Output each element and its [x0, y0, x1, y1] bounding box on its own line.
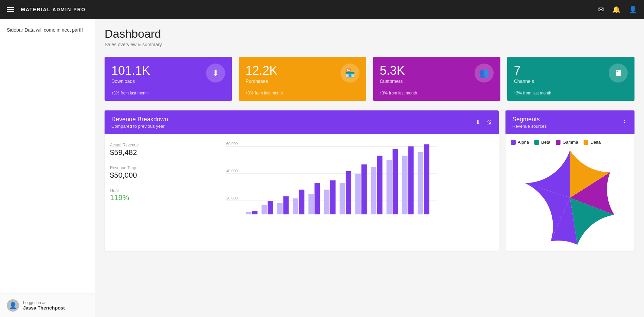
- goal-row: Goal 119%: [110, 188, 164, 202]
- segments-header-text: Segments Revenue sources: [512, 116, 547, 129]
- stat-info-customers: 5.3K Customers: [380, 64, 405, 84]
- legend-dot-alpha: [511, 140, 516, 145]
- main-content: Dashboard Sales overview & summary 101.1…: [95, 19, 644, 317]
- revenue-stats: Actual Revenue $59,482 Revenue Target $5…: [110, 140, 164, 229]
- chart-area: 60,000 40,000 20,000: [170, 140, 493, 229]
- segments-body: Alpha Beta Gamma Delta: [505, 134, 634, 251]
- user-icon[interactable]: 👤: [629, 5, 637, 14]
- svg-text:40,000: 40,000: [226, 169, 238, 173]
- stat-card-top-customers: 5.3K Customers 👥: [380, 64, 494, 84]
- legend-label-gamma: Gamma: [563, 140, 578, 145]
- revenue-print-button[interactable]: 🖨: [486, 119, 492, 126]
- mail-icon[interactable]: ✉: [598, 5, 604, 14]
- svg-rect-28: [418, 152, 423, 214]
- stat-card-channels: 7 Channels 🖥 ↑3% from last month: [507, 57, 634, 101]
- logged-in-label: Logged in as:: [23, 300, 65, 305]
- actual-revenue-row: Actual Revenue $59,482: [110, 142, 164, 157]
- download-icon-wrap: ⬇: [206, 64, 225, 83]
- sidebar-content: Sidebar Data will come in nect part!!: [0, 19, 95, 41]
- hamburger-menu[interactable]: [7, 7, 14, 12]
- legend-gamma: Gamma: [556, 140, 578, 145]
- bell-icon[interactable]: 🔔: [612, 5, 621, 14]
- bottom-panels: Revenue Breakdown Compared to previous y…: [105, 110, 634, 251]
- sidebar-footer: 👤 Logged in as: Jassa Therichpost: [0, 294, 95, 317]
- change-arrow-channels: ↑3%: [514, 91, 522, 95]
- legend-dot-gamma: [556, 140, 560, 145]
- change-text-purchases: from last month: [255, 91, 283, 95]
- stat-info-channels: 7 Channels: [514, 64, 534, 84]
- channels-icon-wrap: 🖥: [609, 64, 628, 83]
- svg-rect-6: [246, 212, 252, 214]
- revenue-body: Actual Revenue $59,482 Revenue Target $5…: [105, 134, 499, 235]
- actual-revenue-value: $59,482: [110, 148, 164, 157]
- revenue-actions: ⬇ 🖨: [475, 119, 492, 126]
- stat-cards: 101.1K Downloads ⬇ ↑3% from last month 1…: [105, 57, 634, 101]
- people-icon: 👥: [479, 68, 489, 78]
- svg-rect-7: [252, 211, 258, 214]
- revenue-chart: 60,000 40,000 20,000: [170, 140, 493, 228]
- revenue-header: Revenue Breakdown Compared to previous y…: [105, 110, 499, 134]
- svg-rect-12: [293, 198, 298, 214]
- svg-rect-17: [330, 180, 336, 214]
- change-text-downloads: from last month: [121, 91, 149, 95]
- svg-rect-13: [299, 190, 305, 214]
- legend: Alpha Beta Gamma Delta: [511, 140, 629, 145]
- pie-chart: [522, 150, 618, 245]
- svg-rect-18: [340, 183, 345, 214]
- sidebar: Sidebar Data will come in nect part!! 👤 …: [0, 19, 95, 317]
- stat-card-top: 101.1K Downloads ⬇: [111, 64, 225, 84]
- stat-card-top-channels: 7 Channels 🖥: [514, 64, 628, 84]
- goal-value: 119%: [110, 193, 164, 202]
- segments-more-button[interactable]: ⋮: [621, 118, 628, 126]
- page-title: Dashboard: [105, 27, 634, 40]
- svg-rect-27: [408, 146, 414, 214]
- change-arrow-customers: ↑3%: [380, 91, 388, 95]
- svg-rect-11: [283, 196, 289, 214]
- revenue-header-text: Revenue Breakdown Compared to previous y…: [111, 116, 168, 129]
- actual-revenue-label: Actual Revenue: [110, 142, 164, 148]
- segments-header: Segments Revenue sources ⋮: [505, 110, 634, 134]
- target-revenue-label: Revenue Target: [110, 165, 164, 171]
- target-revenue-row: Revenue Target $50,000: [110, 165, 164, 180]
- svg-rect-19: [346, 171, 351, 214]
- revenue-subtitle: Compared to previous year: [111, 124, 168, 129]
- nav-icons: ✉ 🔔 👤: [598, 5, 637, 14]
- pie-container: [511, 150, 629, 245]
- segments-card: Segments Revenue sources ⋮ Alpha Beta: [505, 110, 634, 251]
- legend-dot-beta: [534, 140, 539, 145]
- svg-rect-24: [387, 160, 392, 214]
- target-revenue-value: $50,000: [110, 171, 164, 180]
- svg-rect-20: [355, 174, 361, 214]
- legend-beta: Beta: [534, 140, 550, 145]
- svg-rect-8: [262, 205, 267, 214]
- svg-rect-9: [268, 201, 273, 214]
- segments-subtitle: Revenue sources: [512, 124, 547, 129]
- stat-footer-channels: ↑3% from last month: [514, 91, 628, 95]
- goal-label: Goal: [110, 188, 164, 194]
- revenue-title: Revenue Breakdown: [111, 116, 168, 123]
- avatar: 👤: [7, 299, 19, 312]
- customers-icon-wrap: 👥: [475, 64, 494, 83]
- svg-rect-22: [371, 167, 376, 214]
- svg-text:20,000: 20,000: [226, 196, 238, 200]
- stat-value-downloads: 101.1K: [111, 64, 150, 78]
- legend-label-alpha: Alpha: [518, 140, 529, 145]
- stat-value-channels: 7: [514, 64, 534, 78]
- legend-delta: Delta: [584, 140, 601, 145]
- svg-rect-29: [424, 144, 429, 214]
- stat-card-top-purchases: 12.2K Purchases 🏪: [245, 64, 359, 84]
- stat-footer-purchases: ↑3% from last month: [245, 91, 359, 95]
- revenue-download-button[interactable]: ⬇: [475, 119, 480, 126]
- stat-label-purchases: Purchases: [245, 78, 277, 84]
- stat-footer-downloads: ↑3% from last month: [111, 91, 225, 95]
- stat-value-purchases: 12.2K: [245, 64, 277, 78]
- svg-rect-15: [315, 183, 320, 214]
- brand-name: MATERIAL ADMIN PRO: [21, 7, 598, 12]
- stat-card-downloads: 101.1K Downloads ⬇ ↑3% from last month: [105, 57, 232, 101]
- stat-card-customers: 5.3K Customers 👥 ↑3% from last month: [373, 57, 500, 101]
- sidebar-placeholder-text: Sidebar Data will come in nect part!!: [7, 27, 83, 33]
- body-wrap: Sidebar Data will come in nect part!! 👤 …: [0, 19, 644, 317]
- svg-text:60,000: 60,000: [226, 142, 238, 146]
- stat-info-purchases: 12.2K Purchases: [245, 64, 277, 84]
- svg-rect-10: [277, 203, 283, 214]
